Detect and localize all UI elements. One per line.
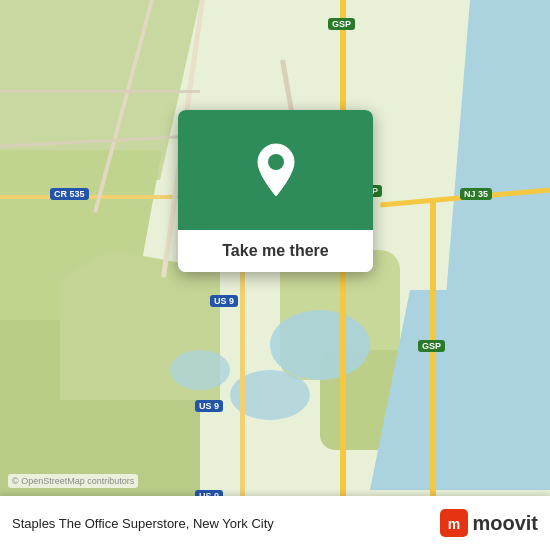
popup-header — [178, 110, 373, 230]
popup-label[interactable]: Take me there — [178, 230, 373, 272]
nj35-badge: NJ 35 — [460, 188, 492, 200]
cr535-badge: CR 535 — [50, 188, 89, 200]
location-name: Staples The Office Superstore, New York … — [12, 516, 440, 531]
road-gsp — [340, 0, 346, 550]
moovit-text: moovit — [472, 512, 538, 535]
moovit-bus-icon: m — [440, 509, 468, 537]
us9-badge-1: US 9 — [210, 295, 238, 307]
gsp-badge-3: GSP — [418, 340, 445, 352]
map-attribution: © OpenStreetMap contributors — [8, 474, 138, 488]
map-background: GSP GSP GSP NJ 35 CR 535 US 9 US 9 US 9 — [0, 0, 550, 550]
location-popup: Take me there — [178, 110, 373, 272]
road-horizontal — [0, 90, 200, 93]
us9-badge-2: US 9 — [195, 400, 223, 412]
take-me-there-button[interactable]: Take me there — [222, 242, 328, 259]
water-lake — [270, 310, 370, 380]
svg-text:m: m — [448, 516, 460, 532]
location-pin-icon — [254, 142, 298, 198]
bottom-bar: Staples The Office Superstore, New York … — [0, 496, 550, 550]
map-container: GSP GSP GSP NJ 35 CR 535 US 9 US 9 US 9 … — [0, 0, 550, 550]
gsp-badge: GSP — [328, 18, 355, 30]
moovit-logo: m moovit — [440, 509, 538, 537]
svg-point-0 — [268, 154, 284, 170]
water-lake — [170, 350, 230, 390]
